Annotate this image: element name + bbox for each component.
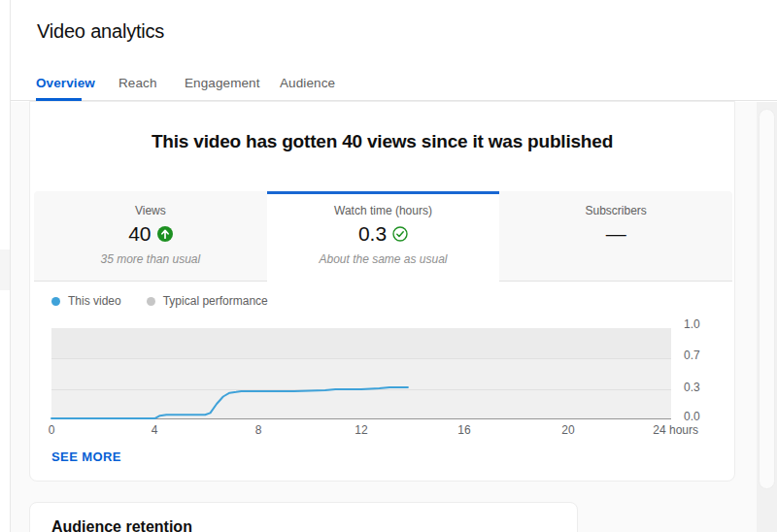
legend-dot-this-video bbox=[51, 297, 60, 306]
metric-note: About the same as usual bbox=[267, 252, 500, 266]
metric-tab-subscribers[interactable]: Subscribers — bbox=[499, 191, 732, 282]
watch-time-line-chart[interactable] bbox=[51, 328, 671, 419]
tab-overview[interactable]: Overview bbox=[36, 76, 95, 90]
tab-engagement[interactable]: Engagement bbox=[185, 76, 260, 90]
metric-tab-row: Views 40 35 more than usual Watch time (… bbox=[34, 191, 732, 282]
x-tick: 20 bbox=[561, 423, 574, 437]
metric-value: 0.3 bbox=[358, 222, 387, 246]
x-tick-hours: 24 hours bbox=[653, 423, 698, 437]
metric-tab-views[interactable]: Views 40 35 more than usual bbox=[34, 191, 267, 282]
y-tick: 0.3 bbox=[684, 381, 709, 394]
analytics-header: Video analytics Overview Reach Engagemen… bbox=[11, 0, 777, 101]
see-more-link[interactable]: SEE MORE bbox=[51, 449, 121, 464]
overview-card: This video has gotten 40 views since it … bbox=[29, 101, 735, 482]
legend-item-typical-performance: Typical performance bbox=[147, 294, 268, 308]
audience-retention-title: Audience retention bbox=[51, 518, 192, 532]
x-tick: 12 bbox=[355, 423, 367, 437]
x-tick: 16 bbox=[457, 423, 470, 437]
legend-label: This video bbox=[68, 294, 121, 308]
chart-line-svg bbox=[51, 328, 671, 419]
metric-value: — bbox=[606, 222, 626, 246]
audience-retention-card: Audience retention bbox=[29, 502, 578, 532]
metric-label: Views bbox=[34, 204, 267, 217]
page-title: Video analytics bbox=[37, 20, 164, 43]
series-line-this-video bbox=[51, 387, 408, 418]
background-patch bbox=[0, 249, 10, 290]
y-tick: 0.7 bbox=[684, 349, 709, 362]
tab-audience[interactable]: Audience bbox=[280, 76, 335, 90]
chart-legend: This video Typical performance bbox=[51, 294, 293, 308]
y-tick: 0.0 bbox=[684, 410, 709, 423]
legend-dot-typical-performance bbox=[147, 297, 155, 306]
legend-item-this-video: This video bbox=[51, 294, 121, 308]
y-tick: 1.0 bbox=[684, 317, 709, 331]
scrollbar-thumb[interactable] bbox=[759, 109, 775, 489]
metric-note: 35 more than usual bbox=[34, 252, 267, 266]
metric-value: 40 bbox=[128, 222, 151, 246]
x-tick: 4 bbox=[152, 423, 158, 437]
metric-label: Watch time (hours) bbox=[267, 204, 500, 217]
x-tick: 8 bbox=[255, 423, 262, 437]
x-tick: 0 bbox=[49, 423, 55, 437]
tab-reach[interactable]: Reach bbox=[118, 76, 157, 90]
arrow-up-circle-icon bbox=[157, 226, 173, 242]
check-circle-icon bbox=[392, 226, 408, 242]
summary-headline: This video has gotten 40 views since it … bbox=[30, 131, 734, 152]
metric-label: Subscribers bbox=[499, 204, 732, 217]
legend-label: Typical performance bbox=[163, 294, 268, 308]
metric-tab-watch-time[interactable]: Watch time (hours) 0.3 About the same as… bbox=[267, 191, 500, 282]
